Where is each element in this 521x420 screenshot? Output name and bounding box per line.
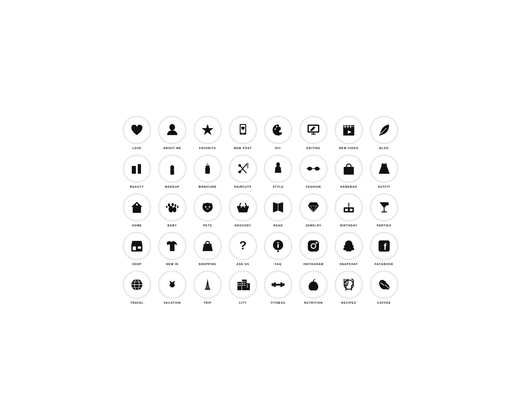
circle-trip <box>194 271 222 299</box>
svg-rect-109 <box>238 285 239 286</box>
item-trip[interactable]: TRIP <box>191 271 224 304</box>
circle-travel <box>123 271 151 299</box>
label-diy: DIY <box>275 147 281 150</box>
svg-point-52 <box>173 207 177 212</box>
item-home[interactable]: HOME <box>121 193 153 227</box>
item-grocery[interactable]: GROCERY <box>226 193 259 227</box>
circle-new-post <box>229 116 257 144</box>
item-favorits[interactable]: FAVORITS <box>191 116 224 150</box>
item-baby[interactable]: BABY <box>156 193 189 227</box>
circle-fashion <box>299 155 327 183</box>
svg-rect-117 <box>247 285 248 286</box>
circle-ask-us: ? <box>229 232 257 260</box>
item-love[interactable]: LOVE <box>121 116 153 150</box>
label-trip: TRIP <box>204 301 211 304</box>
svg-rect-49 <box>135 208 139 213</box>
item-haircuts[interactable]: HAIRCUTS <box>226 155 259 188</box>
item-facebook[interactable]: fFACEBOOK <box>368 232 400 266</box>
item-nutrition[interactable]: NUTRITION <box>297 271 330 304</box>
item-recipes[interactable]: RECIPES <box>332 271 365 304</box>
item-shopping[interactable]: SHOPPING <box>191 232 224 266</box>
label-read: READ <box>273 224 283 227</box>
circle-about-me <box>158 116 186 144</box>
item-new-in[interactable]: NEW IN <box>156 232 189 266</box>
item-pets[interactable]: PETS <box>191 193 224 227</box>
item-blog[interactable]: BLOG <box>368 116 400 150</box>
item-faq[interactable]: FAQ <box>262 232 295 266</box>
label-love: LOVE <box>132 147 141 150</box>
svg-text:?: ? <box>239 239 247 252</box>
label-new-in: NEW IN <box>166 263 179 266</box>
svg-rect-47 <box>347 169 351 171</box>
label-fitness: FITNESS <box>271 301 285 304</box>
label-shop: SHOP <box>132 263 142 266</box>
item-shop[interactable]: SHOP <box>121 232 153 266</box>
svg-rect-123 <box>282 283 285 286</box>
item-about-me[interactable]: ABOUT ME <box>156 116 189 150</box>
circle-handbag <box>335 155 363 183</box>
circle-new-in <box>158 232 186 260</box>
item-ask-us[interactable]: ?ASK US <box>226 232 259 266</box>
item-diy[interactable]: DIY <box>262 116 295 150</box>
circle-jewelry <box>299 193 327 221</box>
item-instagram[interactable]: INSTAGRAM <box>297 232 330 266</box>
label-editing: EDITING <box>307 147 321 150</box>
item-snapchat[interactable]: SNAPCHAT <box>332 232 365 266</box>
circle-love <box>123 116 151 144</box>
item-city[interactable]: CITY <box>226 271 259 304</box>
circle-birthday <box>335 193 363 221</box>
circle-favorits <box>194 116 222 144</box>
item-coffee[interactable]: COFFEE <box>368 271 400 304</box>
circle-home <box>123 193 151 221</box>
item-new-video[interactable]: NEW VIDEO <box>332 116 365 150</box>
item-travel[interactable]: TRAVEL <box>121 271 153 304</box>
item-vacation[interactable]: VACATION <box>156 271 189 304</box>
label-vacation: VACATION <box>164 301 181 304</box>
svg-point-76 <box>386 202 389 205</box>
svg-rect-26 <box>138 167 141 173</box>
svg-rect-116 <box>244 285 245 286</box>
svg-point-57 <box>166 206 167 208</box>
item-makeup[interactable]: MAKEUP <box>156 155 189 188</box>
label-baby: BABY <box>168 224 177 227</box>
svg-rect-86 <box>278 244 279 248</box>
item-outfit[interactable]: OUTFIT <box>368 155 400 188</box>
svg-point-56 <box>177 206 178 208</box>
item-fitness[interactable]: FITNESS <box>262 271 295 304</box>
item-handbag[interactable]: HANDBAG <box>332 155 365 188</box>
item-parties[interactable]: PARTIES <box>368 193 400 227</box>
circle-pets <box>194 193 222 221</box>
item-beauty[interactable]: BEAUTY <box>121 155 153 188</box>
label-parties: PARTIES <box>377 224 391 227</box>
label-style: STYLE <box>273 185 284 188</box>
svg-rect-110 <box>240 285 241 286</box>
label-recipes: RECIPES <box>341 301 356 304</box>
svg-point-7 <box>279 125 280 127</box>
svg-rect-80 <box>138 246 141 249</box>
svg-point-8 <box>281 127 282 129</box>
circle-makeup <box>158 155 186 183</box>
item-editing[interactable]: EDITING <box>297 116 330 150</box>
icon-grid: LOVEABOUT MEFAVORITSNEW POSTDIYEDITINGNE… <box>121 116 400 304</box>
item-read[interactable]: READ <box>262 193 295 227</box>
svg-rect-114 <box>244 283 245 284</box>
svg-rect-118 <box>247 286 248 287</box>
circle-haircuts <box>229 155 257 183</box>
item-birthday[interactable]: BIRTHDAY <box>332 193 365 227</box>
label-new-video: NEW VIDEO <box>339 147 358 150</box>
label-faq: FAQ <box>275 263 282 266</box>
circle-style <box>264 155 292 183</box>
label-makeup: MAKEUP <box>165 185 180 188</box>
item-fashion[interactable]: FASHION <box>297 155 330 188</box>
item-manicure[interactable]: MANICURE <box>191 155 224 188</box>
item-new-post[interactable]: NEW POST <box>226 116 259 150</box>
svg-rect-43 <box>315 167 320 170</box>
label-jewelry: JEWELRY <box>305 224 321 227</box>
svg-rect-25 <box>132 166 136 168</box>
circle-manicure <box>194 155 222 183</box>
svg-point-59 <box>209 206 210 207</box>
svg-point-85 <box>278 242 279 243</box>
item-jewelry[interactable]: JEWELRY <box>297 193 330 227</box>
label-city: CITY <box>239 301 247 304</box>
item-style[interactable]: STYLE <box>262 155 295 188</box>
